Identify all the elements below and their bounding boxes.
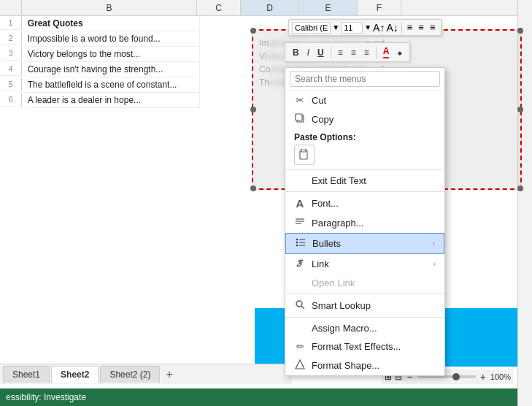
format-text-icon: ✏ — [294, 341, 306, 352]
row-num-1: 1 — [0, 16, 22, 30]
bold-button[interactable]: B — [290, 47, 302, 58]
link-submenu-arrow: › — [433, 260, 436, 268]
italic-button[interactable]: I — [304, 47, 312, 58]
row-num-header — [0, 0, 22, 15]
bullets-submenu-arrow: › — [433, 240, 435, 248]
search-input[interactable] — [290, 71, 440, 87]
zoom-slider-thumb[interactable] — [452, 373, 460, 380]
align-right-icon[interactable]: ≡ — [428, 21, 438, 34]
open-link-menu-item: Open Link — [285, 274, 444, 292]
format-text-menu-item[interactable]: ✏ Format Text Effects... — [285, 337, 444, 356]
cell-b3[interactable]: Victory belongs to the most... — [25, 47, 200, 62]
font-name-dropdown-icon[interactable]: ▼ — [332, 23, 339, 31]
paste-icon-1[interactable] — [294, 145, 315, 165]
col-header-b[interactable]: B — [22, 0, 197, 15]
tab-add-button[interactable]: + — [161, 368, 177, 381]
font-size-input[interactable] — [341, 22, 363, 34]
exit-edit-menu-item[interactable]: Exit Edit Text — [285, 172, 444, 190]
assign-macro-label: Assign Macro... — [312, 323, 436, 334]
mini-toolbar-sep1 — [331, 47, 331, 58]
font-size-dropdown-icon[interactable]: ▼ — [364, 23, 371, 31]
row-num-2: 2 — [0, 31, 22, 45]
align-center-icon[interactable]: ≡ — [416, 21, 426, 34]
highlight-btn[interactable]: ⬥ — [394, 47, 405, 58]
status-bar: essibility: Investigate — [0, 388, 532, 406]
font-menu-item[interactable]: A Font... — [285, 194, 444, 213]
row-num-6: 6 — [0, 93, 22, 107]
align-center-btn[interactable]: ≡ — [348, 47, 359, 58]
format-text-label: Format Text Effects... — [312, 341, 436, 352]
link-menu-item[interactable]: Link › — [285, 254, 444, 274]
search-section[interactable] — [285, 68, 444, 91]
row-num-5: 5 — [0, 77, 22, 91]
handle-top-left[interactable] — [250, 28, 256, 34]
font-icon: A — [294, 197, 306, 210]
font-shrink-icon[interactable]: A↓ — [386, 22, 398, 34]
exit-edit-label: Exit Edit Text — [312, 175, 436, 186]
col-header-d[interactable]: D — [241, 0, 299, 15]
underline-button[interactable]: U — [315, 47, 327, 58]
copy-icon — [294, 113, 306, 126]
tab-sheet2-2[interactable]: Sheet2 (2) — [100, 366, 160, 383]
paste-section: Paste Options: — [285, 129, 444, 168]
format-shape-menu-item[interactable]: Format Shape... — [285, 356, 444, 375]
handle-bot-right[interactable] — [517, 185, 523, 191]
toolbar-separator-1 — [401, 22, 402, 34]
svg-point-12 — [296, 242, 298, 243]
tab-sheet2[interactable]: Sheet2 — [51, 366, 99, 383]
col-header-e[interactable]: E — [299, 0, 358, 15]
handle-mid-right[interactable] — [517, 107, 523, 112]
handle-top-right[interactable] — [517, 28, 523, 34]
bullets-icon — [295, 237, 307, 250]
font-name-display[interactable]: Calibri (E — [292, 22, 331, 34]
column-headers: B C D E F — [0, 0, 532, 16]
link-label: Link — [312, 258, 428, 269]
copy-menu-item[interactable]: Copy — [285, 110, 444, 129]
smart-lookup-menu-item[interactable]: Smart Lookup — [285, 296, 444, 315]
svg-point-10 — [296, 239, 298, 240]
cut-menu-item[interactable]: ✂ Cut — [285, 91, 444, 110]
bullets-label: Bullets — [312, 238, 427, 249]
row-num-4: 4 — [0, 62, 22, 76]
separator-3 — [285, 294, 444, 294]
tab-bar: Sheet1 Sheet2 Sheet2 (2) + — [0, 364, 292, 384]
paragraph-label: Paragraph... — [312, 218, 436, 229]
paragraph-icon — [294, 217, 306, 229]
format-shape-icon — [294, 359, 306, 372]
zoom-in-button[interactable]: + — [479, 371, 487, 383]
align-left-btn[interactable]: ≡ — [335, 47, 346, 58]
font-color-btn[interactable]: A — [380, 45, 393, 59]
align-left-icon[interactable]: ≡ — [405, 21, 415, 34]
paragraph-menu-item[interactable]: Paragraph... — [285, 213, 444, 233]
link-icon — [294, 258, 306, 270]
assign-macro-menu-item[interactable]: Assign Macro... — [285, 319, 444, 337]
paste-icons-row[interactable] — [294, 145, 436, 165]
paste-label: Paste Options: — [294, 132, 436, 142]
cell-b4[interactable]: Courage isn't having the strength... — [25, 62, 200, 77]
font-label: Font... — [312, 198, 436, 209]
context-mini-toolbar[interactable]: B I U ≡ ≡ ≡ A ⬥ — [285, 42, 410, 62]
handle-bot-left[interactable] — [250, 185, 256, 191]
status-text: essibility: Investigate — [6, 392, 86, 402]
row-num-3: 3 — [0, 47, 22, 61]
smart-lookup-icon — [294, 299, 306, 312]
font-grow-icon[interactable]: A↑ — [373, 22, 385, 34]
cell-b2[interactable]: Impossible is a word to be found... — [25, 31, 200, 47]
copy-label: Copy — [312, 114, 436, 125]
svg-line-18 — [301, 306, 304, 309]
svg-marker-19 — [296, 360, 304, 369]
bullets-menu-item[interactable]: Bullets › — [285, 233, 444, 254]
col-header-c[interactable]: C — [197, 0, 241, 15]
cell-b6[interactable]: A leader is a dealer in hope... — [25, 93, 200, 108]
col-header-f[interactable]: F — [358, 0, 401, 15]
context-menu: ✂ Cut Copy Paste Options: Exit Edit Text — [285, 67, 445, 376]
svg-point-17 — [296, 301, 302, 307]
align-right-btn[interactable]: ≡ — [361, 47, 372, 58]
handle-mid-left[interactable] — [250, 107, 256, 112]
tab-sheet1[interactable]: Sheet1 — [3, 366, 50, 383]
zoom-percent: 100% — [490, 372, 511, 381]
cell-b1[interactable]: Great Quotes — [25, 16, 200, 31]
cell-b5[interactable]: The battlefield is a scene of constant..… — [25, 77, 200, 93]
format-shape-label: Format Shape... — [312, 360, 436, 371]
floating-toolbar[interactable]: Calibri (E ▼ ▼ A↑ A↓ ≡ ≡ ≡ — [288, 19, 442, 36]
